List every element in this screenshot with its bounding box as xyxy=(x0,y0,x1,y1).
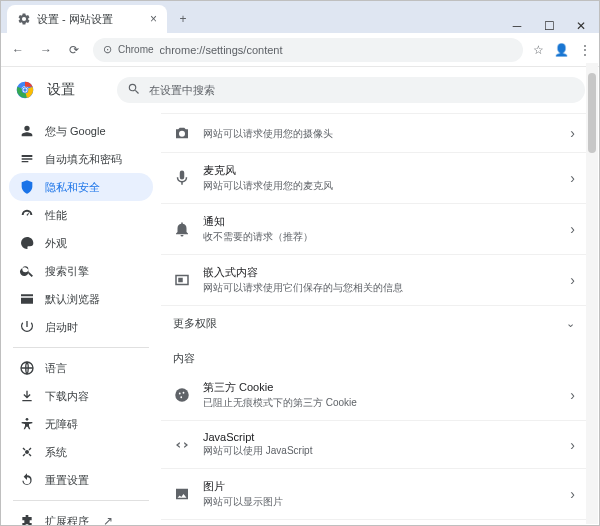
speed-icon xyxy=(19,207,35,223)
shield-icon xyxy=(19,179,35,195)
minimize-button[interactable]: ─ xyxy=(509,19,525,33)
chevron-right-icon: › xyxy=(570,387,575,403)
system-icon xyxy=(19,444,35,460)
page-scrollbar[interactable] xyxy=(586,63,598,524)
close-icon[interactable]: × xyxy=(150,12,157,26)
chevron-right-icon: › xyxy=(570,221,575,237)
section-label: 更多权限 xyxy=(173,316,217,331)
sidebar: 您与 Google 自动填充和密码 隐私和安全 性能 外观 搜索引擎 默认浏览器… xyxy=(1,113,161,525)
svg-point-6 xyxy=(26,418,29,421)
row-sub: 网站可以请求使用它们保存的与您相关的信息 xyxy=(203,281,558,295)
row-microphone[interactable]: 麦克风网站可以请求使用您的麦克风 › xyxy=(161,153,587,204)
cookie-icon xyxy=(173,386,191,404)
chrome-chip-icon: ⊙ xyxy=(103,43,112,56)
scrollbar-thumb[interactable] xyxy=(588,73,596,153)
bookmark-icon[interactable]: ☆ xyxy=(533,43,544,57)
sidebar-item-default-browser[interactable]: 默认浏览器 xyxy=(9,285,153,313)
new-tab-button[interactable]: + xyxy=(171,7,195,31)
forward-button[interactable]: → xyxy=(37,43,55,57)
search-icon xyxy=(19,263,35,279)
sidebar-item-label: 隐私和安全 xyxy=(45,180,100,195)
row-sub: 收不需要的请求（推荐） xyxy=(203,230,558,244)
sidebar-item-search-engine[interactable]: 搜索引擎 xyxy=(9,257,153,285)
microphone-icon xyxy=(173,169,191,187)
row-title: 通知 xyxy=(203,214,558,229)
sidebar-item-privacy[interactable]: 隐私和安全 xyxy=(9,173,153,201)
row-title: 嵌入式内容 xyxy=(203,265,558,280)
power-icon xyxy=(19,319,35,335)
row-sub: 网站可以显示图片 xyxy=(203,495,558,509)
sidebar-item-autofill[interactable]: 自动填充和密码 xyxy=(9,145,153,173)
sidebar-item-system[interactable]: 系统 xyxy=(9,438,153,466)
reload-button[interactable]: ⟳ xyxy=(65,43,83,57)
chrome-chip: Chrome xyxy=(118,44,154,55)
close-window-button[interactable]: ✕ xyxy=(573,19,589,33)
row-sub: 网站可以请求使用您的摄像头 xyxy=(203,127,558,141)
sidebar-item-on-startup[interactable]: 启动时 xyxy=(9,313,153,341)
divider xyxy=(13,347,149,348)
tab-title: 设置 - 网站设置 xyxy=(37,12,113,27)
bell-icon xyxy=(173,220,191,238)
chevron-right-icon: › xyxy=(570,486,575,502)
image-icon xyxy=(173,485,191,503)
row-camera[interactable]: 网站可以请求使用您的摄像头 › xyxy=(161,113,587,153)
more-permissions[interactable]: 更多权限 ⌄ xyxy=(161,306,587,341)
row-notifications[interactable]: 通知收不需要的请求（推荐） › xyxy=(161,204,587,255)
chevron-right-icon: › xyxy=(570,170,575,186)
row-images[interactable]: 图片网站可以显示图片 › xyxy=(161,469,587,520)
divider xyxy=(13,500,149,501)
sidebar-item-label: 无障碍 xyxy=(45,417,78,432)
download-icon xyxy=(19,388,35,404)
embedded-icon xyxy=(173,271,191,289)
paint-icon xyxy=(19,235,35,251)
settings-search[interactable]: 在设置中搜索 xyxy=(117,77,585,103)
sidebar-item-extensions[interactable]: 扩展程序↗ xyxy=(9,507,153,525)
row-sub: 网站可以请求使用您的麦克风 xyxy=(203,179,558,193)
sidebar-item-label: 扩展程序 xyxy=(45,514,89,526)
row-title: 麦克风 xyxy=(203,163,558,178)
sidebar-item-label: 下载内容 xyxy=(45,389,89,404)
sidebar-item-you-google[interactable]: 您与 Google xyxy=(9,117,153,145)
browser-tab[interactable]: 设置 - 网站设置 × xyxy=(7,5,167,33)
row-title: JavaScript xyxy=(203,431,558,443)
autofill-icon xyxy=(19,151,35,167)
menu-icon[interactable]: ⋮ xyxy=(579,43,591,57)
gear-icon xyxy=(17,12,31,26)
address-url: chrome://settings/content xyxy=(160,44,283,56)
reset-icon xyxy=(19,472,35,488)
sidebar-item-performance[interactable]: 性能 xyxy=(9,201,153,229)
sidebar-item-label: 启动时 xyxy=(45,320,78,335)
camera-icon xyxy=(173,124,191,142)
row-popups[interactable]: 弹出式窗口和重定向不允许网站显示弹出式窗口或使用重定向 › xyxy=(161,520,587,525)
sidebar-item-language[interactable]: 语言 xyxy=(9,354,153,382)
sidebar-item-label: 性能 xyxy=(45,208,67,223)
back-button[interactable]: ← xyxy=(9,43,27,57)
maximize-button[interactable]: ☐ xyxy=(541,19,557,33)
sidebar-item-downloads[interactable]: 下载内容 xyxy=(9,382,153,410)
chevron-right-icon: › xyxy=(570,437,575,453)
sidebar-item-label: 默认浏览器 xyxy=(45,292,100,307)
profile-icon[interactable]: 👤 xyxy=(554,43,569,57)
chevron-right-icon: › xyxy=(570,272,575,288)
sidebar-item-label: 搜索引擎 xyxy=(45,264,89,279)
sidebar-item-label: 您与 Google xyxy=(45,124,106,139)
globe-icon xyxy=(19,360,35,376)
row-sub: 已阻止无痕模式下的第三方 Cookie xyxy=(203,396,558,410)
svg-point-7 xyxy=(25,450,29,454)
external-link-icon: ↗ xyxy=(103,514,113,525)
svg-point-12 xyxy=(179,393,181,395)
row-javascript[interactable]: JavaScript网站可以使用 JavaScript › xyxy=(161,421,587,469)
sidebar-item-label: 系统 xyxy=(45,445,67,460)
sidebar-item-label: 重置设置 xyxy=(45,473,89,488)
row-cookies[interactable]: 第三方 Cookie已阻止无痕模式下的第三方 Cookie › xyxy=(161,370,587,421)
address-bar[interactable]: ⊙ Chrome chrome://settings/content xyxy=(93,38,523,62)
svg-point-4 xyxy=(23,88,26,91)
sidebar-item-appearance[interactable]: 外观 xyxy=(9,229,153,257)
sidebar-item-accessibility[interactable]: 无障碍 xyxy=(9,410,153,438)
content-section-label: 内容 xyxy=(161,341,587,370)
row-embedded[interactable]: 嵌入式内容网站可以请求使用它们保存的与您相关的信息 › xyxy=(161,255,587,306)
sidebar-item-reset[interactable]: 重置设置 xyxy=(9,466,153,494)
row-sub: 网站可以使用 JavaScript xyxy=(203,444,558,458)
main-content: 网站可以请求使用您的摄像头 › 麦克风网站可以请求使用您的麦克风 › 通知收不需… xyxy=(161,113,599,525)
browser-icon xyxy=(19,291,35,307)
